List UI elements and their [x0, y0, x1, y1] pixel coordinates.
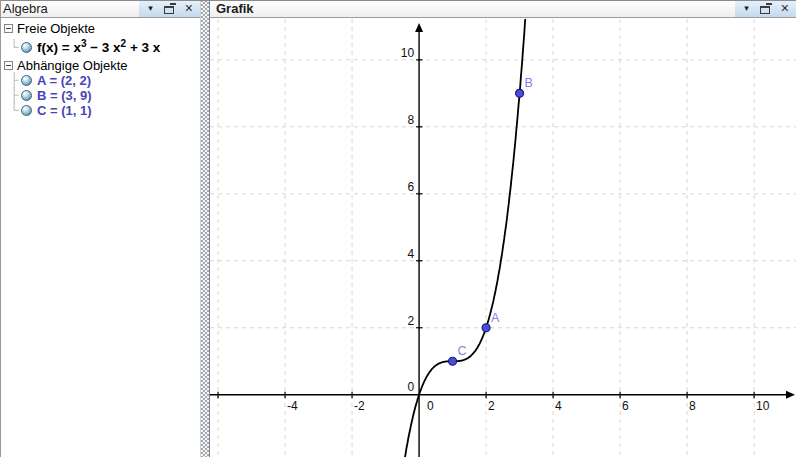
- y-axis-arrow-icon: [415, 23, 423, 32]
- tree-section-free[interactable]: Freie Objekte: [2, 21, 200, 36]
- point-label-A: A: [491, 311, 500, 325]
- tree-item-point-B[interactable]: ├ B = (3, 9): [2, 88, 200, 103]
- grafik-panel-header: Grafik ▾ ×: [210, 0, 796, 18]
- x-axis-label: 4: [555, 399, 562, 413]
- tree-tee-icon: ├: [7, 88, 21, 103]
- x-axis-label: 6: [622, 399, 629, 413]
- tree-item-function-f[interactable]: └ f(x) = x3 − 3 x2 + 3 x: [2, 36, 200, 58]
- y-axis-label: 6: [407, 180, 414, 194]
- panel-menu-icon[interactable]: ▾: [148, 4, 153, 13]
- x-axis-label: 10: [756, 399, 770, 413]
- point-label-B: B: [525, 76, 533, 90]
- tree-elbow-icon: └: [7, 103, 21, 118]
- y-axis-label: 8: [407, 113, 414, 127]
- tree-item-point-A[interactable]: ├ A = (2, 2): [2, 73, 200, 88]
- close-icon[interactable]: ×: [781, 1, 789, 15]
- graph-svg[interactable]: -4-202468102468100ABC: [210, 19, 796, 457]
- y-axis-label: 10: [401, 46, 415, 60]
- x-axis-label: 8: [689, 399, 696, 413]
- tree-tee-icon: ├: [7, 73, 21, 88]
- section-label-dependent: Abhängige Objekte: [17, 58, 128, 73]
- popout-icon[interactable]: [760, 6, 770, 14]
- visibility-marble-icon[interactable]: [21, 75, 32, 86]
- x-axis-label: 2: [488, 399, 495, 413]
- point-label-C: C: [458, 344, 467, 358]
- collapse-icon[interactable]: [4, 61, 13, 70]
- tree-section-dependent[interactable]: Abhängige Objekte: [2, 58, 200, 73]
- section-label-free: Freie Objekte: [17, 21, 95, 36]
- close-icon[interactable]: ×: [185, 1, 193, 15]
- grafik-panel: Grafik ▾ × -4-202468102468100ABC: [209, 0, 796, 457]
- point-definition-A: A = (2, 2): [37, 73, 91, 88]
- grafik-header-icons: ▾ ×: [735, 0, 796, 17]
- x-axis-label: -2: [354, 399, 365, 413]
- algebra-panel-title: Algebra: [0, 1, 48, 16]
- point-A[interactable]: [482, 324, 490, 332]
- function-curve[interactable]: [396, 19, 535, 457]
- y-axis-origin-label: 0: [407, 380, 414, 394]
- y-axis-label: 2: [407, 314, 414, 328]
- point-C[interactable]: [449, 357, 457, 365]
- point-definition-B: B = (3, 9): [37, 88, 92, 103]
- function-definition: f(x) = x3 − 3 x2 + 3 x: [37, 40, 160, 55]
- geogebra-window: Algebra ▾ × Freie Objekte └ f(x) = x3 − …: [0, 0, 796, 457]
- collapse-icon[interactable]: [4, 24, 13, 33]
- tree-item-point-C[interactable]: └ C = (1, 1): [2, 103, 200, 118]
- algebra-header-icons: ▾ ×: [139, 0, 200, 17]
- tree-elbow-icon: └: [7, 36, 21, 58]
- algebra-panel: Algebra ▾ × Freie Objekte └ f(x) = x3 − …: [0, 0, 201, 457]
- popout-icon[interactable]: [164, 6, 174, 14]
- visibility-marble-icon[interactable]: [21, 42, 32, 53]
- point-definition-C: C = (1, 1): [37, 103, 92, 118]
- graph-view[interactable]: -4-202468102468100ABC: [210, 19, 796, 457]
- x-axis-label: -4: [287, 399, 298, 413]
- algebra-panel-header: Algebra ▾ ×: [0, 0, 200, 18]
- x-axis-arrow-icon: [786, 391, 795, 399]
- grafik-panel-title: Grafik: [210, 1, 254, 16]
- y-axis-label: 4: [407, 247, 414, 261]
- algebra-tree: Freie Objekte └ f(x) = x3 − 3 x2 + 3 x A…: [0, 18, 200, 118]
- panel-splitter-handle[interactable]: [201, 0, 209, 457]
- visibility-marble-icon[interactable]: [21, 105, 32, 116]
- x-axis-label: 0: [427, 399, 434, 413]
- visibility-marble-icon[interactable]: [21, 90, 32, 101]
- panel-menu-icon[interactable]: ▾: [744, 4, 749, 13]
- point-B[interactable]: [516, 89, 524, 97]
